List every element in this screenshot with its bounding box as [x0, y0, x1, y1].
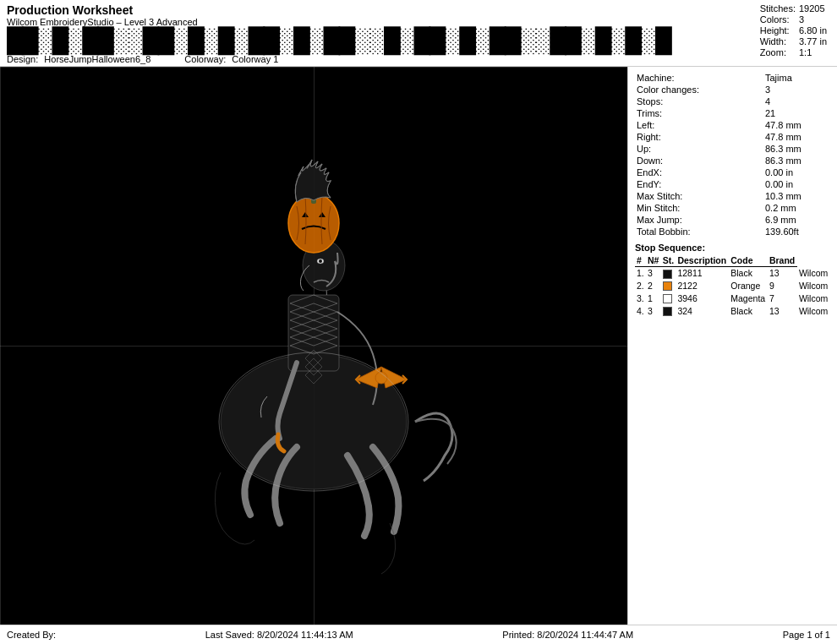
col-description: Description — [676, 254, 729, 267]
color-changes-value: 3 — [763, 84, 830, 96]
last-saved: Last Saved: 8/20/2024 11:44:13 AM — [205, 630, 353, 640]
printed: Printed: 8/20/2024 11:44:47 AM — [502, 630, 633, 640]
total-bobbin-label: Total Bobbin: — [635, 226, 763, 237]
max-stitch-value: 10.3 mm — [763, 190, 830, 202]
row-code: 7 — [768, 292, 797, 304]
col-st: St. — [661, 254, 676, 267]
col-code: Code — [729, 254, 768, 267]
right-value: 47.8 mm — [763, 131, 830, 143]
stop-sequence-title: Stop Sequence: — [635, 243, 830, 253]
total-bobbin-value: 139.60ft — [763, 226, 830, 237]
table-row: 3. 1 3946 Magenta 7 Wilcom — [635, 292, 830, 304]
trims-label: Trims: — [635, 107, 763, 119]
row-n: 1 — [646, 292, 661, 304]
machine-value: Tajima — [763, 72, 830, 84]
stop-sequence-table: # N# St. Description Code Brand 1. 3 128… — [635, 254, 830, 317]
machine-info-table: Machine: Tajima Color changes: 3 Stops: … — [635, 72, 830, 237]
max-jump-value: 6.9 mm — [763, 214, 830, 226]
col-num: # — [635, 254, 646, 267]
row-st: 324 — [676, 304, 729, 317]
barcode: ██░█░██░░██░█░█░██░█░██░░█░██░█░██░░██░█… — [7, 29, 830, 52]
row-brand: Wilcom — [797, 304, 830, 317]
row-description: Black — [729, 304, 768, 317]
row-code: 9 — [768, 280, 797, 292]
endy-value: 0.00 in — [763, 178, 830, 190]
col-brand: Brand — [768, 254, 797, 267]
row-brand: Wilcom — [797, 267, 830, 280]
header: Production Worksheet Wilcom EmbroiderySt… — [0, 0, 837, 67]
down-label: Down: — [635, 155, 763, 166]
top-right-info: Stitches: 19205 Colors: 3 Height: 6.80 i… — [760, 3, 830, 58]
table-row: 1. 3 12811 Black 13 Wilcom — [635, 267, 830, 280]
stops-label: Stops: — [635, 96, 763, 107]
row-num: 2. — [635, 280, 646, 292]
right-panel: Machine: Tajima Color changes: 3 Stops: … — [627, 67, 837, 625]
color-changes-label: Color changes: — [635, 84, 763, 96]
machine-label: Machine: — [635, 72, 763, 84]
endx-label: EndX: — [635, 166, 763, 178]
svg-rect-2 — [288, 295, 339, 371]
row-n: 3 — [646, 304, 661, 317]
row-swatch — [661, 292, 676, 304]
min-stitch-value: 0.2 mm — [763, 202, 830, 214]
table-row: 2. 2 2122 Orange 9 Wilcom — [635, 280, 830, 292]
max-jump-label: Max Jump: — [635, 214, 763, 226]
main-area: Machine: Tajima Color changes: 3 Stops: … — [0, 67, 837, 625]
row-num: 3. — [635, 292, 646, 304]
colorway-field: Colorway: Colorway 1 — [184, 54, 278, 64]
up-label: Up: — [635, 143, 763, 155]
row-num: 1. — [635, 267, 646, 280]
embroidery-svg — [111, 101, 517, 591]
row-brand: Wilcom — [797, 292, 830, 304]
endy-label: EndY: — [635, 178, 763, 190]
row-code: 13 — [768, 304, 797, 317]
header-meta: Design: HorseJumpHalloween6_8 Colorway: … — [7, 54, 830, 64]
row-n: 2 — [646, 280, 661, 292]
footer: Created By: Last Saved: 8/20/2024 11:44:… — [0, 625, 837, 643]
design-field: Design: HorseJumpHalloween6_8 — [7, 54, 150, 64]
row-brand: Wilcom — [797, 280, 830, 292]
canvas-area — [0, 67, 627, 625]
row-swatch — [661, 304, 676, 317]
row-description: Black — [729, 267, 768, 280]
up-value: 86.3 mm — [763, 143, 830, 155]
row-st: 3946 — [676, 292, 729, 304]
max-stitch-label: Max Stitch: — [635, 190, 763, 202]
page-title: Production Worksheet — [7, 3, 830, 17]
stops-value: 4 — [763, 96, 830, 107]
row-code: 13 — [768, 267, 797, 280]
row-description: Magenta — [729, 292, 768, 304]
endx-value: 0.00 in — [763, 166, 830, 178]
row-num: 4. — [635, 304, 646, 317]
svg-point-8 — [319, 259, 322, 263]
min-stitch-label: Min Stitch: — [635, 202, 763, 214]
row-n: 3 — [646, 267, 661, 280]
subtitle: Wilcom EmbroideryStudio – Level 3 Advanc… — [7, 17, 830, 27]
down-value: 86.3 mm — [763, 155, 830, 166]
col-n: N# — [646, 254, 661, 267]
row-st: 2122 — [676, 280, 729, 292]
right-label: Right: — [635, 131, 763, 143]
trims-value: 21 — [763, 107, 830, 119]
row-swatch — [661, 280, 676, 292]
page-number: Page 1 of 1 — [783, 630, 830, 640]
row-swatch — [661, 267, 676, 280]
table-row: 4. 3 324 Black 13 Wilcom — [635, 304, 830, 317]
left-value: 47.8 mm — [763, 119, 830, 131]
row-st: 12811 — [676, 267, 729, 280]
left-label: Left: — [635, 119, 763, 131]
row-description: Orange — [729, 280, 768, 292]
created-by: Created By: — [7, 630, 56, 640]
